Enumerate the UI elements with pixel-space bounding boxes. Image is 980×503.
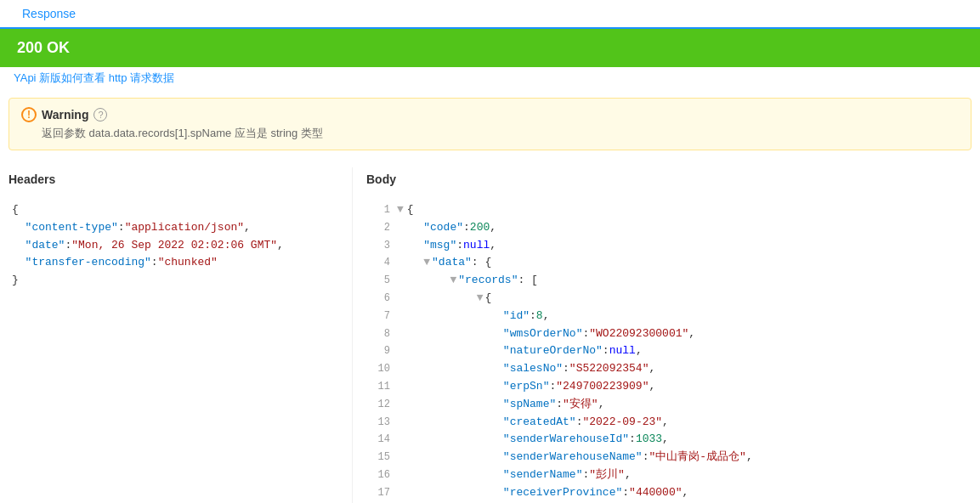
yapi-link[interactable]: YApi 新版如何查看 http 请求数据 [5,66,183,89]
list-item: 14 "senderWarehouseId": 1033, [370,431,968,449]
yapi-link-container: YApi 新版如何查看 http 请求数据 [0,67,980,89]
list-item: 3 "msg": null, [370,237,968,255]
body-panel: Body 1▼{ 2 "code": 200, 3 "msg": null, 4… [353,167,972,503]
body-code: 1▼{ 2 "code": 200, 3 "msg": null, 4 ▼"da… [366,196,972,503]
list-item: "transfer-encoding": "chunked" [12,254,335,272]
list-item: "date": "Mon, 26 Sep 2022 02:02:06 GMT", [12,237,335,255]
list-item: 4 ▼"data": { [370,254,968,272]
headers-panel: Headers { "content-type": "application/j… [8,167,353,503]
list-item: } [12,272,335,290]
warning-box: ! Warning ? 返回参数 data.data.records[1].sp… [8,98,972,150]
panels-container: Headers { "content-type": "application/j… [0,159,980,503]
list-item: 6 ▼{ [370,290,968,308]
list-item: 9 "natureOrderNo": null, [370,342,968,360]
warning-title: Warning [42,108,88,122]
headers-title: Headers [8,167,338,191]
list-item: 10 "salesNo": "S522092354", [370,360,968,378]
list-item: { [12,201,335,219]
list-item: 1▼{ [370,201,968,219]
list-item: 12 "spName": "安得", [370,396,968,414]
list-item: 7 "id": 8, [370,308,968,325]
list-item: 11 "erpSn": "249700223909", [370,378,968,396]
headers-code: { "content-type": "application/json", "d… [8,196,338,295]
status-text: 200 OK [17,39,70,56]
warning-header: ! Warning ? [21,107,959,122]
list-item: 15 "senderWarehouseName": "中山青岗-成品仓", [370,449,968,466]
status-bar: 200 OK [0,29,980,67]
list-item: 8 "wmsOrderNo": "WO22092300001", [370,325,968,343]
list-item: "content-type": "application/json", [12,219,335,237]
list-item: 16 "senderName": "彭川", [370,466,968,484]
warning-message: 返回参数 data.data.records[1].spName 应当是 str… [42,126,959,141]
response-tab[interactable]: Response [8,0,89,29]
body-title: Body [366,167,972,191]
warning-icon: ! [21,107,37,122]
list-item: 5 ▼"records": [ [370,272,968,290]
warning-help-icon[interactable]: ? [93,108,107,122]
list-item: 2 "code": 200, [370,219,968,237]
tab-bar: Response [0,0,980,29]
list-item: 13 "createdAt": "2022-09-23", [370,414,968,432]
list-item: 17 "receiverProvince": "440000", [370,484,968,502]
